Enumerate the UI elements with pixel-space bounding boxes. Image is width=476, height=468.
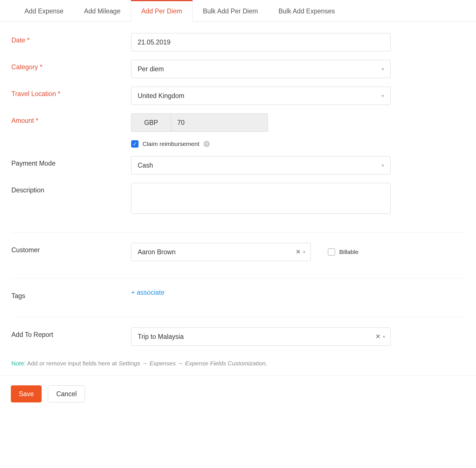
tab-bulk-add-expenses[interactable]: Bulk Add Expenses: [268, 0, 345, 21]
form: Date 21.05.2019 Category Per diem ▾ Trav…: [0, 22, 476, 229]
spacer: [11, 140, 131, 144]
divider: [11, 317, 465, 317]
payment-mode-label: Payment Mode: [11, 156, 131, 167]
arrow-icon: →: [176, 360, 185, 367]
tab-add-expense[interactable]: Add Expense: [14, 0, 74, 21]
tab-add-per-diem[interactable]: Add Per Diem: [131, 0, 193, 22]
tags-section: Tags + associate: [0, 289, 476, 314]
save-button[interactable]: Save: [11, 385, 42, 402]
date-input[interactable]: 21.05.2019: [131, 33, 390, 51]
add-to-report-label: Add To Report: [11, 327, 131, 339]
tags-label: Tags: [11, 289, 131, 300]
note-label: Note:: [11, 360, 26, 367]
chevron-down-icon: ▾: [382, 163, 384, 168]
clear-icon[interactable]: ✕: [375, 333, 381, 340]
date-value: 21.05.2019: [138, 38, 170, 46]
help-icon[interactable]: ?: [204, 141, 210, 147]
tab-add-mileage[interactable]: Add Mileage: [74, 0, 131, 21]
chevron-down-icon: ▾: [382, 93, 384, 99]
chevron-down-icon: ▾: [382, 66, 384, 72]
customer-label: Customer: [11, 243, 131, 254]
claim-reimbursement-label: Claim reimbursement: [143, 141, 200, 147]
customer-select[interactable]: Aaron Brown ✕ ▾: [131, 243, 311, 261]
category-label: Category: [11, 60, 131, 71]
chevron-down-icon: ▾: [383, 334, 385, 339]
note-path-settings: Settings: [119, 360, 140, 367]
date-label: Date: [11, 33, 131, 44]
description-label: Description: [11, 183, 131, 194]
amount-currency: GBP: [131, 113, 171, 132]
clear-icon[interactable]: ✕: [296, 248, 301, 256]
note-path-customization: Expense Fields Customization.: [185, 360, 267, 367]
payment-mode-select[interactable]: Cash ▾: [131, 156, 390, 174]
category-value: Per diem: [138, 65, 164, 73]
travel-location-value: United Kingdom: [138, 92, 184, 100]
footer: Save Cancel: [0, 375, 476, 412]
plus-icon: +: [131, 289, 137, 296]
divider: [11, 278, 465, 278]
category-select[interactable]: Per diem ▾: [131, 60, 390, 78]
report-section: Add To Report Trip to Malaysia ✕ ▾: [0, 327, 476, 360]
note-path-expenses: Expenses: [149, 360, 176, 367]
customer-section: Customer Aaron Brown ✕ ▾ Billable: [0, 243, 476, 275]
customer-value: Aaron Brown: [138, 248, 176, 256]
cancel-button[interactable]: Cancel: [48, 385, 85, 402]
note-text: Add or remove input fields here at: [26, 360, 119, 367]
billable-checkbox[interactable]: [328, 248, 335, 256]
amount-label: Amount: [11, 113, 131, 125]
divider: [11, 232, 465, 233]
report-value: Trip to Malaysia: [138, 333, 184, 341]
amount-input[interactable]: 70: [171, 113, 268, 132]
payment-mode-value: Cash: [138, 162, 153, 169]
chevron-down-icon: ▾: [303, 249, 305, 255]
arrow-icon: →: [140, 360, 150, 367]
description-input[interactable]: [131, 183, 390, 214]
associate-link[interactable]: + associate: [131, 289, 164, 296]
tab-bulk-add-per-diem[interactable]: Bulk Add Per Diem: [193, 0, 268, 21]
billable-label: Billable: [339, 249, 359, 255]
claim-reimbursement-checkbox[interactable]: ✓: [131, 140, 139, 148]
report-select[interactable]: Trip to Malaysia ✕ ▾: [131, 327, 390, 346]
travel-location-select[interactable]: United Kingdom ▾: [131, 87, 390, 105]
tabs-bar: Add Expense Add Mileage Add Per Diem Bul…: [0, 0, 476, 22]
note-line: Note: Add or remove input fields here at…: [0, 360, 476, 375]
travel-location-label: Travel Location: [11, 87, 131, 98]
